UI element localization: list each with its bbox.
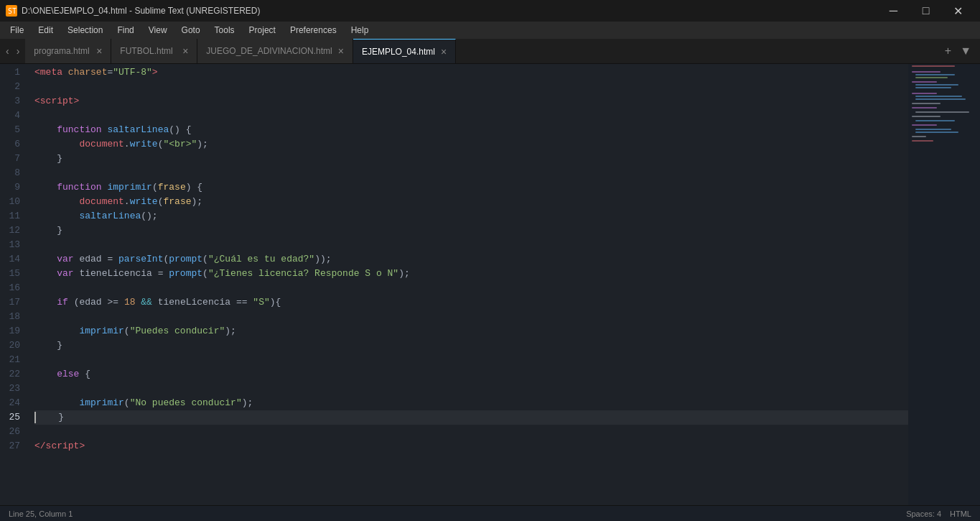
tab-nav-buttons: ‹ › [0,39,25,63]
svg-rect-18 [915,129,951,130]
line-num-6: 6 [6,137,20,152]
line-num-18: 18 [6,310,20,324]
svg-rect-17 [912,124,937,126]
menu-bar: File Edit Selection Find View Goto Tools… [0,22,980,39]
code-line-18 [34,310,908,324]
title-bar-title: D:\ONE\EJEMPLO_04.html - Sublime Text (U… [22,6,261,16]
code-line-9: function imprimir(frase) { [34,180,908,195]
line-num-20: 20 [6,338,20,353]
line-num-14: 14 [6,252,20,267]
line-num-1: 1 [6,65,20,80]
line-num-11: 11 [6,209,20,223]
code-line-7: } [34,152,908,166]
svg-rect-21 [912,140,933,142]
code-line-20: } [34,338,908,353]
editor-area: 1 2 3 4 5 6 7 8 9 10 11 12 13 14 15 16 1… [0,64,980,505]
code-content[interactable]: <meta charset="UTF-8"> <script> function… [29,64,908,505]
svg-rect-4 [915,74,955,75]
menu-find[interactable]: Find [110,24,141,37]
tab-bar: ‹ › programa.html × FUTBOL.html × JUEGO_… [0,39,980,64]
svg-text:ST: ST [8,7,17,15]
tab-programa[interactable]: programa.html × [25,39,111,63]
code-line-22: else { [34,367,908,382]
line-num-12: 12 [6,223,20,238]
code-line-27: </script> [34,439,908,453]
line-num-26: 26 [6,425,20,439]
menu-preferences[interactable]: Preferences [283,24,344,37]
status-language: HTML [950,510,971,518]
code-line-3: <script> [34,94,908,109]
svg-rect-14 [915,111,969,113]
tab-bar-right: + ▼ [936,39,980,63]
status-spaces: Spaces: 4 [906,510,941,518]
menu-view[interactable]: View [141,24,174,37]
close-button[interactable]: ✕ [942,0,974,22]
title-bar: ST D:\ONE\EJEMPLO_04.html - Sublime Text… [0,0,980,22]
line-num-17: 17 [6,295,20,310]
tab-prev-button[interactable]: ‹ [3,44,12,58]
code-line-16 [34,281,908,295]
line-num-9: 9 [6,180,20,195]
line-num-4: 4 [6,109,20,123]
line-numbers: 1 2 3 4 5 6 7 8 9 10 11 12 13 14 15 16 1… [0,64,29,505]
menu-selection[interactable]: Selection [60,24,110,37]
tab-juego[interactable]: JUEGO_DE_ADIVINACION.html × [197,39,353,63]
tab-ejemplo[interactable]: EJEMPLO_04.html × [353,39,456,63]
tab-ejemplo-close[interactable]: × [441,47,447,57]
line-num-3: 3 [6,94,20,109]
tab-juego-close[interactable]: × [338,46,344,56]
svg-rect-7 [915,84,958,86]
status-right: Spaces: 4 HTML [906,510,971,518]
line-num-13: 13 [6,238,20,252]
code-line-12: } [34,223,908,238]
tab-ejemplo-label: EJEMPLO_04.html [362,47,435,57]
tab-juego-label: JUEGO_DE_ADIVINACION.html [206,46,332,56]
menu-help[interactable]: Help [344,24,376,37]
menu-edit[interactable]: Edit [31,24,60,37]
tab-futbol-close[interactable]: × [182,46,188,56]
code-line-2 [34,80,908,94]
code-line-8 [34,166,908,180]
line-num-10: 10 [6,195,20,209]
code-line-19: imprimir("Puedes conducir"); [34,324,908,338]
tab-programa-label: programa.html [34,46,89,56]
code-line-5: function saltarLinea() { [34,123,908,137]
maximize-button[interactable]: □ [910,0,942,22]
minimize-button[interactable]: ─ [877,0,910,22]
svg-rect-16 [915,120,955,121]
code-line-17: if (edad >= 18 && tieneLicencia == "S"){ [34,295,908,310]
code-line-14: var edad = parseInt(prompt("¿Cuál es tu … [34,252,908,267]
line-num-25: 25 [6,410,20,425]
tab-list-button[interactable]: ▼ [957,43,974,59]
status-position: Line 25, Column 1 [9,510,73,518]
svg-rect-10 [915,96,962,97]
code-line-1: <meta charset="UTF-8"> [34,65,908,80]
line-num-16: 16 [6,281,20,295]
line-num-24: 24 [6,396,20,410]
svg-rect-11 [915,98,966,100]
line-num-7: 7 [6,152,20,166]
svg-rect-2 [912,65,955,67]
menu-tools[interactable]: Tools [207,24,242,37]
code-line-15: var tieneLicencia = prompt("¿Tienes lice… [34,267,908,281]
tab-futbol-label: FUTBOL.html [120,46,172,56]
line-num-22: 22 [6,367,20,382]
menu-file[interactable]: File [3,24,31,37]
menu-goto[interactable]: Goto [174,24,207,37]
svg-rect-13 [912,107,937,109]
code-line-25: } [34,410,908,425]
svg-rect-3 [912,71,941,73]
menu-project[interactable]: Project [242,24,283,37]
svg-rect-9 [912,93,937,94]
line-num-27: 27 [6,439,20,453]
tab-next-button[interactable]: › [14,44,23,58]
status-left: Line 25, Column 1 [9,510,73,518]
line-num-21: 21 [6,353,20,367]
svg-rect-6 [912,81,937,83]
line-num-8: 8 [6,166,20,180]
tab-programa-close[interactable]: × [96,46,102,56]
tab-futbol[interactable]: FUTBOL.html × [111,39,197,63]
code-line-24: imprimir("No puedes conducir"); [34,396,908,410]
new-tab-button[interactable]: + [942,43,954,59]
line-num-19: 19 [6,324,20,338]
